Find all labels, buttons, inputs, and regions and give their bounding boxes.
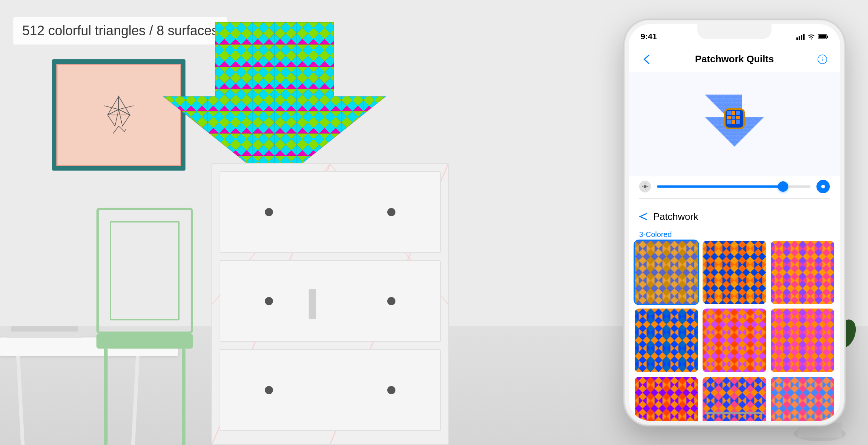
nav-back-button[interactable] bbox=[639, 52, 654, 67]
info-button[interactable]: i bbox=[815, 52, 830, 67]
table-item-2 bbox=[11, 326, 78, 332]
svg-text:i: i bbox=[822, 57, 823, 62]
drawer-knob-5 bbox=[265, 386, 273, 394]
svg-rect-167 bbox=[703, 309, 766, 372]
svg-rect-64 bbox=[827, 36, 828, 38]
category-nav: Patchwork bbox=[629, 206, 840, 228]
svg-point-91 bbox=[644, 185, 647, 188]
svg-rect-181 bbox=[771, 309, 834, 372]
quilt-thumb-6[interactable] bbox=[771, 309, 834, 372]
nav-title: Patchwork Quilts bbox=[660, 53, 809, 65]
colored-label: 3-Colored bbox=[639, 230, 672, 239]
quilt-thumb-4[interactable] bbox=[635, 309, 698, 372]
svg-rect-82 bbox=[727, 111, 731, 115]
preview-bird-svg bbox=[690, 87, 779, 161]
slider-fill bbox=[657, 185, 788, 188]
slider-wrapper[interactable] bbox=[657, 185, 811, 188]
phone-frame: 9:41 bbox=[623, 19, 846, 426]
quilt-thumb-2[interactable] bbox=[703, 241, 766, 304]
table-item bbox=[7, 331, 82, 338]
svg-rect-89 bbox=[731, 120, 735, 124]
svg-rect-125 bbox=[703, 241, 766, 304]
chair-leg-front-left bbox=[104, 349, 108, 445]
svg-rect-59 bbox=[796, 37, 798, 40]
svg-rect-139 bbox=[771, 241, 834, 304]
quilt-thumb-7[interactable] bbox=[635, 377, 698, 421]
phone-notch bbox=[697, 24, 772, 39]
crane-svg bbox=[93, 89, 145, 141]
dresser-drawer-1 bbox=[220, 171, 441, 253]
chair bbox=[85, 185, 204, 445]
drawer-knob-2 bbox=[387, 208, 395, 216]
svg-line-8 bbox=[113, 126, 119, 134]
svg-rect-83 bbox=[731, 111, 735, 115]
slider-end-icon bbox=[816, 180, 830, 193]
dresser-drawer-2 bbox=[220, 260, 441, 342]
svg-rect-90 bbox=[736, 120, 740, 124]
svg-rect-60 bbox=[799, 36, 800, 40]
chair-seat bbox=[96, 334, 193, 349]
power-cord bbox=[309, 289, 316, 319]
svg-line-9 bbox=[119, 126, 124, 132]
frame-inner bbox=[56, 64, 181, 166]
phone-container: 9:41 bbox=[623, 19, 846, 426]
dresser bbox=[211, 163, 449, 445]
svg-rect-223 bbox=[771, 377, 834, 421]
slider-area bbox=[629, 180, 840, 193]
drawer-knob-6 bbox=[387, 386, 395, 394]
quilt-thumb-8[interactable] bbox=[703, 377, 766, 421]
svg-rect-87 bbox=[736, 116, 740, 119]
dresser-drawer-3 bbox=[220, 349, 441, 431]
status-time: 9:41 bbox=[641, 32, 657, 42]
svg-rect-61 bbox=[801, 35, 802, 40]
category-title: Patchwork bbox=[653, 211, 698, 222]
phone-screen: 9:41 bbox=[629, 24, 840, 421]
wifi-icon bbox=[808, 34, 815, 40]
drawer-knob-1 bbox=[265, 208, 273, 216]
chair-back bbox=[96, 208, 193, 334]
svg-rect-153 bbox=[635, 309, 698, 372]
svg-rect-84 bbox=[736, 111, 740, 115]
brightness-icon bbox=[639, 181, 651, 192]
drawer-knob-4 bbox=[387, 297, 395, 305]
category-back-button[interactable] bbox=[639, 211, 647, 223]
chair-back-inner bbox=[110, 221, 180, 320]
quilt-thumb-9[interactable] bbox=[771, 377, 834, 421]
signal-icon bbox=[796, 34, 805, 40]
svg-line-10 bbox=[124, 129, 126, 132]
svg-rect-62 bbox=[803, 34, 805, 40]
quilt-thumb-1[interactable] bbox=[635, 241, 698, 304]
drawer-knob-3 bbox=[265, 297, 273, 305]
chair-leg-front-right bbox=[182, 349, 185, 445]
svg-rect-85 bbox=[727, 116, 731, 119]
quilt-grid bbox=[635, 241, 834, 421]
quilt-thumb-5[interactable] bbox=[703, 309, 766, 372]
svg-rect-88 bbox=[727, 120, 731, 124]
preview-area bbox=[629, 72, 840, 176]
svg-rect-209 bbox=[703, 377, 766, 421]
slider-track bbox=[657, 185, 811, 188]
nav-bar: Patchwork Quilts i bbox=[629, 46, 840, 72]
battery-icon bbox=[818, 34, 828, 40]
slider-thumb bbox=[778, 181, 788, 192]
svg-point-97 bbox=[821, 185, 825, 188]
quilt-thumb-3[interactable] bbox=[771, 241, 834, 304]
separator bbox=[639, 198, 830, 199]
status-icons bbox=[796, 34, 828, 40]
home-indicator bbox=[705, 412, 764, 414]
svg-rect-65 bbox=[819, 35, 826, 39]
svg-rect-195 bbox=[635, 377, 698, 421]
svg-rect-111 bbox=[635, 241, 698, 304]
svg-rect-86 bbox=[731, 116, 735, 119]
